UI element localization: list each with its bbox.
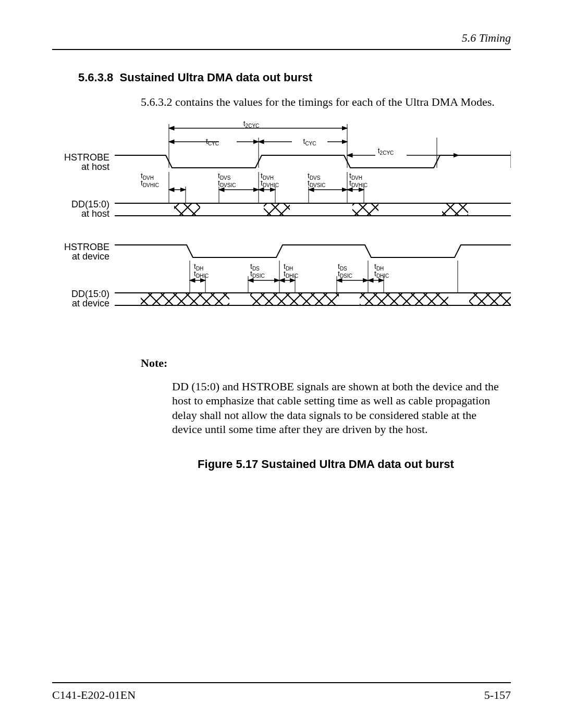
doc-number: C141-E202-01EN: [52, 688, 136, 702]
page-number: 5-157: [484, 688, 511, 702]
footer-rule: [52, 682, 511, 683]
intro-paragraph: 5.6.3.2 contains the values for the timi…: [141, 95, 511, 109]
section-title: Sustained Ultra DMA data out burst: [120, 71, 313, 84]
svg-rect-20: [352, 203, 378, 216]
label-hstrobe-dev-1: HSTROBE: [64, 242, 109, 252]
section-heading: 5.6.3.8 Sustained Ultra DMA data out bur…: [78, 71, 511, 84]
page-footer: C141-E202-01EN 5-157: [52, 682, 511, 702]
svg-rect-19: [264, 203, 290, 216]
hstrobe-host-waveform: [115, 155, 511, 168]
svg-text:t2CYC: t2CYC: [243, 120, 260, 129]
header-rule: [52, 49, 511, 50]
figure-caption: Figure 5.17 Sustained Ultra DMA data out…: [141, 458, 511, 471]
svg-rect-49: [360, 293, 448, 305]
running-head: 5.6 Timing: [52, 31, 511, 45]
timing-diagram: HSTROBE at host t2CYC tCYC tCYC: [63, 120, 511, 330]
section-number: 5.6.3.8: [78, 71, 113, 84]
svg-rect-50: [469, 293, 511, 305]
svg-rect-21: [442, 203, 468, 216]
svg-rect-48: [250, 293, 339, 305]
label-dd-host-2: at host: [81, 208, 109, 219]
svg-rect-47: [141, 293, 229, 305]
label-dd-dev-1: DD(15:0): [71, 289, 109, 299]
label-hstrobe-host-2: at host: [81, 162, 109, 172]
label-dd-host-1: DD(15:0): [71, 199, 109, 209]
note-label: Note:: [141, 356, 511, 370]
label-hstrobe-dev-2: at device: [72, 251, 109, 262]
label-dd-dev-2: at device: [72, 298, 109, 309]
svg-text:tCYC: tCYC: [303, 137, 316, 146]
svg-text:tCYC: tCYC: [206, 137, 219, 146]
svg-rect-18: [174, 203, 200, 216]
label-hstrobe-host-1: HSTROBE: [64, 152, 109, 163]
hstrobe-dev-waveform: [115, 245, 511, 257]
svg-text:t2CYC: t2CYC: [378, 146, 394, 156]
note-body: DD (15:0) and HSTROBE signals are shown …: [172, 379, 500, 437]
